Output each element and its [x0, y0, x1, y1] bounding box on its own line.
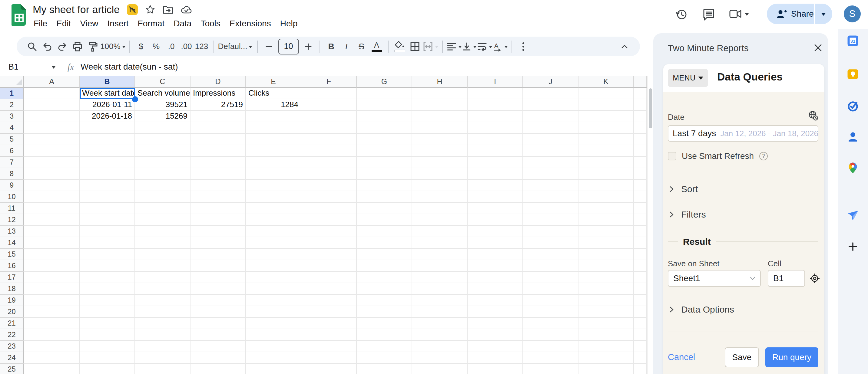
cell-H22[interactable]	[412, 329, 468, 341]
cell-J11[interactable]	[523, 203, 579, 214]
cell-I20[interactable]	[468, 306, 523, 318]
cell-D19[interactable]	[190, 295, 246, 306]
cell-I9[interactable]	[468, 180, 523, 191]
cell-I14[interactable]	[468, 237, 523, 249]
selection-fill-handle[interactable]	[132, 96, 138, 102]
cell-F13[interactable]	[301, 226, 357, 237]
cell-F23[interactable]	[301, 341, 357, 352]
cell-H19[interactable]	[412, 295, 468, 306]
cell-A7[interactable]	[24, 157, 80, 168]
cell-E12[interactable]	[246, 214, 301, 226]
cell-K18[interactable]	[579, 283, 634, 295]
cell-F18[interactable]	[301, 283, 357, 295]
column-header-D[interactable]: D	[190, 76, 246, 88]
cell-E2[interactable]: 1284	[246, 99, 301, 111]
cell-E1[interactable]: Clicks	[246, 88, 301, 99]
cell-B25[interactable]	[80, 364, 135, 374]
cell-I17[interactable]	[468, 272, 523, 283]
cell-J13[interactable]	[523, 226, 579, 237]
cell-A11[interactable]	[24, 203, 80, 214]
cell-C15[interactable]	[135, 249, 190, 260]
cell-K17[interactable]	[579, 272, 634, 283]
cell-A8[interactable]	[24, 168, 80, 180]
cell-J20[interactable]	[523, 306, 579, 318]
cell-partial-r7[interactable]	[634, 157, 647, 168]
zoom-select[interactable]: 100%	[100, 39, 126, 55]
column-header-E[interactable]: E	[246, 76, 301, 88]
cell-I24[interactable]	[468, 352, 523, 364]
cell-I5[interactable]	[468, 134, 523, 145]
cell-C9[interactable]	[135, 180, 190, 191]
text-wrap-icon[interactable]	[477, 39, 492, 55]
cell-D24[interactable]	[190, 352, 246, 364]
spreadsheet-grid[interactable]: ABCDEFGHIJK1Week start date(sun - sat)Se…	[0, 76, 653, 374]
row-header-7[interactable]: 7	[0, 157, 24, 168]
cell-K15[interactable]	[579, 249, 634, 260]
google-calendar-icon[interactable]: 31	[846, 34, 859, 47]
cell-A23[interactable]	[24, 341, 80, 352]
cell-C19[interactable]	[135, 295, 190, 306]
cell-A17[interactable]	[24, 272, 80, 283]
cell-E25[interactable]	[246, 364, 301, 374]
cell-partial-r16[interactable]	[634, 260, 647, 272]
column-header-A[interactable]: A	[24, 76, 80, 88]
column-header-B[interactable]: B	[80, 76, 135, 88]
cell-A20[interactable]	[24, 306, 80, 318]
cell-J2[interactable]	[523, 99, 579, 111]
cell-C12[interactable]	[135, 214, 190, 226]
cell-C2[interactable]: 39521	[135, 99, 190, 111]
menu-insert[interactable]: Insert	[103, 17, 133, 30]
cell-B7[interactable]	[80, 157, 135, 168]
cell-I6[interactable]	[468, 145, 523, 157]
column-header-C[interactable]: C	[135, 76, 190, 88]
cell-F15[interactable]	[301, 249, 357, 260]
cell-H13[interactable]	[412, 226, 468, 237]
cell-C1[interactable]: Search volume (In t	[135, 88, 190, 99]
cell-C13[interactable]	[135, 226, 190, 237]
number-format-button[interactable]: 123	[194, 39, 209, 55]
cell-B18[interactable]	[80, 283, 135, 295]
cell-J8[interactable]	[523, 168, 579, 180]
cell-C3[interactable]: 15269	[135, 111, 190, 122]
cell-J4[interactable]	[523, 122, 579, 134]
cell-partial-r15[interactable]	[634, 249, 647, 260]
cell-A5[interactable]	[24, 134, 80, 145]
cell-K1[interactable]	[579, 88, 634, 99]
cell-K7[interactable]	[579, 157, 634, 168]
cell-partial-r23[interactable]	[634, 341, 647, 352]
cell-K11[interactable]	[579, 203, 634, 214]
cell-J23[interactable]	[523, 341, 579, 352]
cell-D7[interactable]	[190, 157, 246, 168]
cell-C10[interactable]	[135, 191, 190, 203]
cell-E11[interactable]	[246, 203, 301, 214]
close-icon[interactable]	[813, 43, 823, 53]
cell-partial-r6[interactable]	[634, 145, 647, 157]
format-currency-button[interactable]: $	[133, 39, 149, 55]
cell-E15[interactable]	[246, 249, 301, 260]
cell-I18[interactable]	[468, 283, 523, 295]
cell-G7[interactable]	[357, 157, 412, 168]
cell-C24[interactable]	[135, 352, 190, 364]
column-header-F[interactable]: F	[301, 76, 357, 88]
cell-F14[interactable]	[301, 237, 357, 249]
cell-C14[interactable]	[135, 237, 190, 249]
cell-G4[interactable]	[357, 122, 412, 134]
row-header-19[interactable]: 19	[0, 295, 24, 306]
google-sheets-logo-icon[interactable]	[11, 4, 27, 26]
cell-A18[interactable]	[24, 283, 80, 295]
cloud-saved-icon[interactable]	[181, 5, 192, 14]
menu-extensions[interactable]: Extensions	[225, 17, 276, 30]
menu-help[interactable]: Help	[276, 17, 302, 30]
cell-I4[interactable]	[468, 122, 523, 134]
cell-D17[interactable]	[190, 272, 246, 283]
cell-D10[interactable]	[190, 191, 246, 203]
cell-E16[interactable]	[246, 260, 301, 272]
cell-E19[interactable]	[246, 295, 301, 306]
cell-K3[interactable]	[579, 111, 634, 122]
cell-H23[interactable]	[412, 341, 468, 352]
help-icon[interactable]: ?	[759, 152, 768, 160]
data-options-section[interactable]: Data Options	[668, 304, 734, 315]
menu-edit[interactable]: Edit	[52, 17, 75, 30]
fill-color-button[interactable]	[392, 39, 407, 55]
horizontal-align-icon[interactable]	[446, 39, 462, 55]
